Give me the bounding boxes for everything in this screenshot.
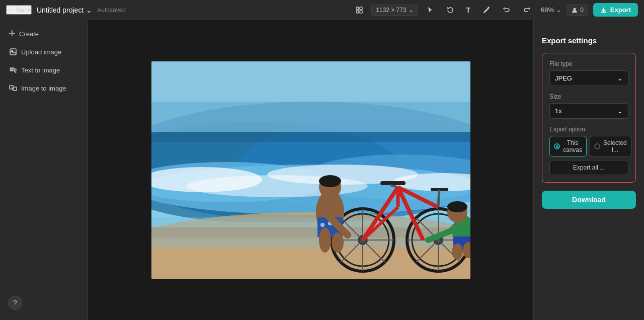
selected-label: Selected I... — [603, 139, 627, 153]
svg-point-55 — [319, 175, 341, 187]
file-type-value: JPEG — [555, 74, 572, 82]
topbar-center: 1132 × 773 ⌄ T — [351, 4, 535, 16]
pointer-tool-button[interactable] — [422, 4, 438, 16]
undo-icon — [503, 6, 511, 14]
svg-rect-2 — [356, 11, 359, 13]
image-to-image-label: Image to image — [21, 85, 66, 92]
sidebar-item-text-to-image[interactable]: Text to image — [4, 62, 84, 78]
file-type-label: File type — [549, 60, 628, 67]
svg-point-61 — [319, 227, 331, 253]
zoom-control[interactable]: 68% ⌄ — [541, 6, 561, 14]
svg-rect-3 — [360, 11, 362, 13]
zoom-level-text: 68% — [541, 6, 554, 14]
topbar: ← Back Untitled project ⌄ Autosaved 1132… — [0, 0, 644, 20]
canvas-image — [151, 61, 470, 279]
create-section-title: Create — [4, 26, 84, 42]
svg-rect-9 — [14, 69, 16, 71]
svg-rect-25 — [151, 61, 470, 102]
export-download-icon — [600, 7, 607, 14]
sidebar-item-upload-image[interactable]: Upload image — [4, 44, 84, 60]
file-type-chevron-icon: ⌄ — [617, 74, 623, 82]
export-option-group: Export option This canvas Selected I... — [549, 126, 628, 175]
this-canvas-radio-inner — [556, 145, 558, 148]
svg-point-4 — [574, 8, 576, 10]
help-icon: ? — [13, 299, 17, 307]
this-canvas-button[interactable]: This canvas — [549, 136, 587, 157]
size-chevron-icon: ⌄ — [617, 107, 623, 115]
canvas-size-text: 1132 × 773 — [376, 7, 406, 14]
pen-tool-button[interactable] — [478, 4, 495, 16]
autosaved-status: Autosaved — [97, 7, 126, 14]
fit-icon — [355, 6, 363, 14]
canvas-image-container — [151, 61, 470, 279]
this-canvas-label: This canvas — [563, 139, 582, 153]
selected-radio-dot — [594, 143, 600, 149]
topbar-left: ← Back Untitled project ⌄ Autosaved — [6, 5, 345, 15]
sidebar-item-image-to-image[interactable]: Image to image — [4, 80, 84, 96]
canvas-size-chevron-icon: ⌄ — [409, 7, 414, 14]
file-type-select[interactable]: JPEG ⌄ — [549, 70, 628, 86]
size-value: 1x — [555, 107, 562, 115]
svg-point-65 — [447, 201, 467, 212]
export-panel: ↑ Export settings File type JPEG ⌄ Size … — [533, 20, 644, 320]
svg-rect-8 — [10, 70, 13, 71]
redo-button[interactable] — [519, 4, 535, 16]
project-title-text: Untitled project — [37, 6, 84, 14]
sidebar: Create Upload image Text — [0, 20, 88, 320]
text-icon: T — [466, 6, 471, 14]
file-type-group: File type JPEG ⌄ — [549, 60, 628, 86]
export-option-label: Export option — [549, 126, 628, 133]
main-area: Create Upload image Text — [0, 20, 644, 320]
collaborators-button[interactable]: 0 — [567, 5, 588, 16]
svg-point-67 — [452, 244, 463, 260]
size-group: Size 1x ⌄ — [549, 93, 628, 119]
project-title[interactable]: Untitled project ⌄ — [37, 6, 92, 14]
upload-image-icon — [9, 48, 17, 56]
size-select[interactable]: 1x ⌄ — [549, 103, 628, 119]
selected-button[interactable]: Selected I... — [590, 136, 631, 157]
export-button-label: Export — [610, 6, 631, 14]
rotate-tool-button[interactable] — [442, 4, 458, 16]
help-button[interactable]: ? — [8, 296, 22, 310]
upload-image-label: Upload image — [21, 48, 61, 56]
create-label: Create — [19, 30, 39, 38]
back-button[interactable]: ← Back — [6, 5, 32, 15]
create-icon — [8, 29, 16, 39]
canvas-size-button[interactable]: 1132 × 773 ⌄ — [371, 5, 418, 16]
sidebar-bottom: ? — [4, 292, 84, 314]
svg-line-52 — [438, 190, 439, 207]
redo-icon — [523, 6, 531, 14]
image-to-image-icon — [9, 84, 17, 92]
svg-rect-0 — [356, 7, 359, 10]
pen-icon — [482, 6, 491, 14]
export-button[interactable]: Export — [593, 3, 638, 17]
back-label: Back — [16, 6, 31, 14]
svg-point-57 — [320, 223, 325, 227]
rotate-icon — [446, 6, 454, 14]
collaborators-count: 0 — [580, 7, 584, 14]
collaborators-icon — [571, 7, 578, 14]
export-all-button[interactable]: Export all ... — [549, 160, 628, 175]
svg-rect-11 — [13, 87, 17, 91]
svg-point-62 — [332, 232, 344, 253]
zoom-chevron-icon: ⌄ — [556, 6, 561, 14]
export-option-row: This canvas Selected I... — [549, 136, 628, 157]
export-settings-box: File type JPEG ⌄ Size 1x ⌄ Export option — [542, 53, 636, 183]
text-tool-button[interactable]: T — [462, 4, 475, 16]
download-label: Download — [572, 196, 606, 204]
size-label: Size — [549, 93, 628, 100]
text-to-image-label: Text to image — [21, 66, 60, 74]
text-to-image-icon — [9, 66, 17, 74]
export-all-label: Export all ... — [573, 164, 605, 171]
svg-rect-7 — [10, 68, 14, 69]
svg-rect-49 — [380, 181, 406, 185]
back-arrow-icon: ← — [7, 6, 14, 14]
svg-rect-29 — [151, 217, 470, 248]
export-panel-title: Export settings — [542, 36, 636, 45]
fit-to-screen-button[interactable] — [351, 4, 367, 16]
download-button[interactable]: Download — [542, 191, 636, 209]
topbar-right: 68% ⌄ 0 Export — [541, 3, 638, 17]
undo-button[interactable] — [499, 4, 515, 16]
canvas-area[interactable] — [88, 20, 533, 320]
this-canvas-radio-dot — [554, 143, 560, 149]
